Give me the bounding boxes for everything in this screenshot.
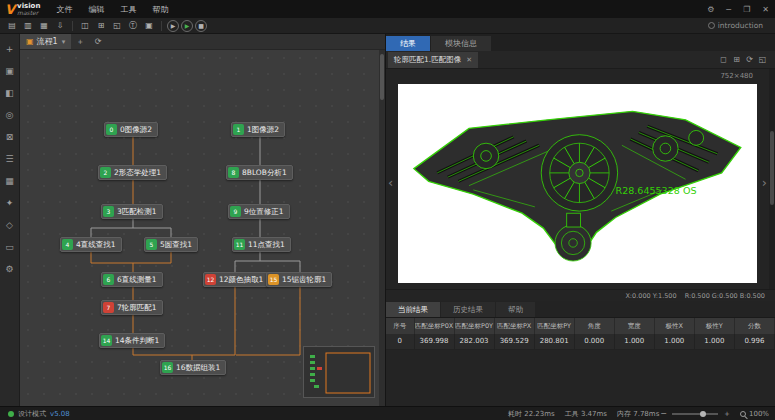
- menu-item-tools[interactable]: 工具: [112, 0, 144, 18]
- fullscreen-icon[interactable]: ◱: [756, 54, 769, 66]
- global-script-icon[interactable]: ▣: [142, 20, 156, 32]
- window-layout-icon[interactable]: ▣: [2, 63, 18, 79]
- run-once-button[interactable]: ▶: [167, 20, 179, 32]
- tab-result[interactable]: 结果: [386, 36, 430, 51]
- minimap[interactable]: [303, 346, 375, 398]
- global-trigger-icon[interactable]: ⊞: [94, 20, 108, 32]
- node-label: 14条件判断1: [112, 336, 164, 346]
- close-region-icon[interactable]: ⊠: [2, 129, 18, 145]
- global-variable-icon[interactable]: Ⓣ: [126, 20, 140, 32]
- node-label: 0图像源2: [117, 125, 157, 135]
- table-cell: 0.000: [574, 334, 614, 349]
- flow-node[interactable]: 11图像源2: [231, 122, 285, 137]
- add-flow-button[interactable]: ＋: [73, 36, 87, 48]
- menu-item-edit[interactable]: 编辑: [80, 0, 112, 18]
- flow-node[interactable]: 66直线测量1: [101, 272, 163, 287]
- flow-node[interactable]: 88BLOB分析1: [226, 165, 293, 180]
- viewer-vertical-scrollbar[interactable]: [769, 69, 775, 289]
- flow-node[interactable]: 1212颜色抽取1: [203, 272, 269, 287]
- image-subtab[interactable]: 轮廓匹配1.匹配图像 ✕: [388, 52, 478, 68]
- flow-node[interactable]: 55圆查找1: [144, 237, 198, 252]
- list-icon[interactable]: ☰: [2, 151, 18, 167]
- scrollbar-thumb[interactable]: [770, 131, 774, 206]
- table-cell: 282.003: [454, 334, 494, 349]
- flow-node[interactable]: 33匹配检测1: [101, 204, 163, 219]
- flow-node[interactable]: 00图像源2: [104, 122, 158, 137]
- image-subtab-label: 轮廓匹配1.匹配图像: [394, 55, 461, 65]
- add-module-icon[interactable]: +: [2, 41, 18, 57]
- scrollbar-thumb[interactable]: [380, 54, 384, 100]
- communication-icon[interactable]: ◱: [110, 20, 124, 32]
- flow-tab-label: 流程1: [37, 36, 58, 47]
- run-status-icon: [8, 411, 14, 417]
- new-solution-icon[interactable]: ▤: [5, 20, 19, 32]
- close-icon[interactable]: ✕: [466, 56, 472, 64]
- flow-node[interactable]: 1616数据组装1: [160, 360, 226, 375]
- stop-button[interactable]: ■: [195, 20, 207, 32]
- table-cell: 0: [386, 334, 414, 349]
- prev-image-arrow[interactable]: ‹: [388, 175, 393, 190]
- image-subtab-bar: 轮廓匹配1.匹配图像 ✕ ◻⊞⟳◱: [386, 51, 775, 69]
- grid-icon[interactable]: ▦: [2, 173, 18, 189]
- target-icon[interactable]: ◎: [2, 107, 18, 123]
- flow-tab[interactable]: ▣ 流程1 ▾: [20, 34, 71, 49]
- table-header-cell: 匹配坐标P0X: [414, 318, 454, 334]
- refresh-flow-button[interactable]: ⟳: [91, 36, 105, 48]
- image-resolution: 752×480: [720, 72, 753, 80]
- flow-node[interactable]: 1111点查找1: [232, 237, 291, 252]
- export-solution-icon[interactable]: ⇩: [53, 20, 67, 32]
- magnifier-icon: [740, 411, 746, 417]
- account-area[interactable]: introduction: [708, 21, 771, 30]
- run-continuous-button[interactable]: ▶: [181, 20, 193, 32]
- zoom-in-button[interactable]: ＋: [723, 408, 731, 419]
- refresh-image-icon[interactable]: ⟳: [743, 54, 756, 66]
- node-module-icon: 5: [146, 239, 157, 250]
- menu-item-help[interactable]: 帮助: [144, 0, 176, 18]
- tab-help[interactable]: 帮助: [496, 302, 535, 317]
- split-view-icon[interactable]: ◧: [2, 85, 18, 101]
- flow-node[interactable]: 99位置修正1: [228, 204, 290, 219]
- flow-node[interactable]: 1515锯齿轮廓1: [266, 272, 332, 287]
- star-tool-icon[interactable]: ✦: [2, 195, 18, 211]
- save-solution-icon[interactable]: ▦: [37, 20, 51, 32]
- cursor-position: X:0.000 Y:1.500: [625, 292, 676, 300]
- open-solution-icon[interactable]: ▥: [21, 20, 35, 32]
- version-link[interactable]: v5.08: [50, 410, 70, 418]
- settings-icon[interactable]: ⚙: [2, 261, 18, 277]
- toolbar-separator: [72, 21, 73, 31]
- menu-item-file[interactable]: 文件: [48, 0, 80, 18]
- node-label: 6直线测量1: [114, 275, 162, 285]
- node-label: 3匹配检测1: [114, 207, 162, 217]
- zoom-slider-thumb[interactable]: [700, 411, 706, 417]
- fit-window-icon[interactable]: ◻: [717, 54, 730, 66]
- node-module-icon: 4: [62, 239, 73, 250]
- node-module-icon: 9: [230, 206, 241, 217]
- flow-node[interactable]: 77轮廓匹配1: [101, 300, 163, 315]
- shape-tool-icon[interactable]: ◇: [2, 217, 18, 233]
- next-image-arrow[interactable]: ›: [762, 175, 767, 190]
- minimize-button[interactable]: ─: [720, 0, 737, 18]
- flow-node[interactable]: 44直线查找1: [60, 237, 122, 252]
- canvas-vertical-scrollbar[interactable]: [379, 50, 385, 406]
- image-viewer[interactable]: 752×480 ‹ ›: [386, 69, 775, 289]
- maximize-button[interactable]: ❐: [737, 0, 756, 18]
- table-row[interactable]: 0369.998282.003369.529280.8010.0001.0001…: [386, 334, 775, 349]
- rect-tool-icon[interactable]: ▭: [2, 239, 18, 255]
- table-header-cell: 宽度: [614, 318, 654, 334]
- flow-canvas[interactable]: ▣ 流程1 ▾ ＋ ⟳ 00图像源222形态学处理133匹配检测144直线查找1…: [20, 34, 385, 406]
- settings-icon[interactable]: ⚙: [701, 0, 720, 18]
- zoom-out-button[interactable]: −: [660, 409, 667, 418]
- zoom-slider[interactable]: [672, 413, 718, 415]
- tab-module-info[interactable]: 模块信息: [431, 36, 491, 51]
- flow-node[interactable]: 22形态学处理1: [98, 165, 167, 180]
- camera-manager-icon[interactable]: ◫: [78, 20, 92, 32]
- result-table: 序号匹配坐标P0X匹配坐标P0Y匹配坐标PX匹配坐标PY角度宽度极性X极性Y分数…: [386, 318, 775, 350]
- table-cell: 369.998: [414, 334, 454, 349]
- logo-text-line2: master: [17, 10, 40, 16]
- actual-size-icon[interactable]: ⊞: [730, 54, 743, 66]
- flow-node[interactable]: 1414条件判断1: [99, 333, 165, 348]
- tab-history-result[interactable]: 历史结果: [441, 302, 495, 317]
- tab-current-result[interactable]: 当前结果: [386, 302, 440, 317]
- close-button[interactable]: ✕: [756, 0, 775, 18]
- inspection-image[interactable]: R28.6455328 OS: [398, 84, 757, 283]
